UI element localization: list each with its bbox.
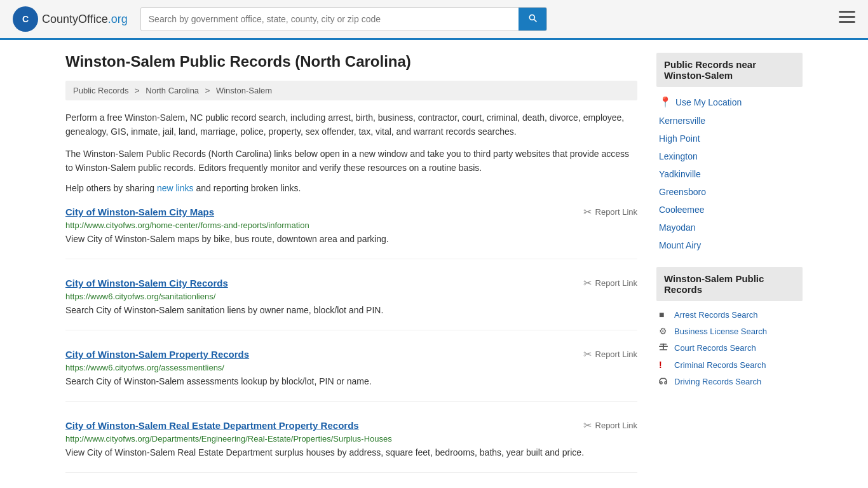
arrest-icon: ■ [659, 309, 669, 320]
svg-rect-4 [839, 21, 855, 23]
header: C CountyOffice.org [0, 0, 868, 40]
record-title[interactable]: City of Winston-Salem City Maps [65, 207, 214, 217]
public-record-link[interactable]: !Criminal Records Search [656, 356, 803, 373]
record-link-label: Driving Records Search [674, 377, 761, 386]
svg-point-9 [660, 382, 663, 384]
report-label: Report Link [595, 349, 637, 359]
nearby-title: Public Records near Winston-Salem [664, 59, 756, 81]
record-link-label: Business License Search [674, 327, 767, 336]
use-my-location[interactable]: 📍 Use My Location [656, 92, 803, 112]
public-records-list: ■Arrest Records Search⚙Business License … [656, 306, 803, 390]
page-title: Winston-Salem Public Records (North Caro… [65, 53, 637, 71]
record-title[interactable]: City of Winston-Salem Real Estate Depart… [65, 420, 359, 431]
record-link-label: Court Records Search [674, 343, 756, 353]
nearby-section: Public Records near Winston-Salem 📍 Use … [656, 53, 803, 254]
logo-text: CountyOffice.org [42, 13, 128, 26]
report-link-button[interactable]: ✂ Report Link [583, 277, 637, 289]
report-icon: ✂ [583, 277, 592, 289]
page-description2: The Winston-Salem Public Records (North … [65, 147, 637, 175]
svg-rect-8 [660, 344, 667, 345]
logo-icon: C [13, 6, 38, 32]
svg-rect-5 [660, 349, 667, 351]
record-item: City of Winston-Salem Property Records ✂… [65, 348, 637, 402]
use-my-location-label: Use My Location [675, 97, 742, 107]
main-container: Winston-Salem Public Records (North Caro… [53, 40, 815, 488]
public-record-link[interactable]: ■Arrest Records Search [656, 306, 803, 323]
content-area: Winston-Salem Public Records (North Caro… [65, 53, 637, 488]
report-label: Report Link [595, 421, 637, 430]
new-links-link[interactable]: new links [157, 183, 194, 193]
public-records-header: Winston-Salem Public Records [656, 267, 803, 301]
record-url[interactable]: http://www.cityofws.org/home-center/form… [65, 220, 637, 230]
record-item: City of Winston-Salem City Records ✂ Rep… [65, 277, 637, 330]
records-list: City of Winston-Salem City Maps ✂ Report… [65, 206, 637, 488]
svg-rect-3 [839, 16, 855, 18]
driving-icon [659, 376, 669, 387]
page-description: Perform a free Winston-Salem, NC public … [65, 111, 637, 139]
report-link-button[interactable]: ✂ Report Link [583, 419, 637, 431]
public-records-title: Winston-Salem Public Records [664, 273, 764, 295]
report-icon: ✂ [583, 419, 592, 431]
record-item: City of Winston-Salem City Maps ✂ Report… [65, 206, 637, 259]
location-dot-icon: 📍 [659, 96, 672, 108]
public-record-link[interactable]: Court Records Search [656, 339, 803, 356]
sidebar: Public Records near Winston-Salem 📍 Use … [656, 53, 803, 488]
search-button[interactable] [519, 8, 546, 30]
business-license-icon: ⚙ [659, 326, 669, 336]
nearby-location-link[interactable]: High Point [656, 130, 803, 147]
help-text-pre: Help others by sharing [65, 183, 157, 193]
record-title-row: City of Winston-Salem Real Estate Depart… [65, 419, 637, 431]
breadcrumb-link-public-records[interactable]: Public Records [73, 86, 128, 95]
breadcrumb-link-nc[interactable]: North Carolina [146, 86, 199, 95]
search-bar [140, 7, 547, 31]
record-description: Search City of Winston-Salem sanitation … [65, 304, 637, 317]
report-icon: ✂ [583, 206, 592, 218]
nearby-list: KernersvilleHigh PointLexingtonYadkinvil… [656, 112, 803, 254]
report-link-button[interactable]: ✂ Report Link [583, 348, 637, 360]
nearby-location-link[interactable]: Kernersville [656, 112, 803, 130]
record-title-row: City of Winston-Salem City Maps ✂ Report… [65, 206, 637, 218]
record-title[interactable]: City of Winston-Salem Property Records [65, 349, 249, 360]
help-text-post: and reporting broken links. [194, 183, 301, 193]
report-label: Report Link [595, 207, 637, 217]
record-url[interactable]: http://www.cityofws.org/Departments/Engi… [65, 434, 637, 444]
report-label: Report Link [595, 278, 637, 288]
report-link-button[interactable]: ✂ Report Link [583, 206, 637, 218]
report-icon: ✂ [583, 348, 592, 360]
logo[interactable]: C CountyOffice.org [13, 6, 128, 32]
public-records-section: Winston-Salem Public Records ■Arrest Rec… [656, 267, 803, 390]
nearby-header: Public Records near Winston-Salem [656, 53, 803, 87]
breadcrumb: Public Records > North Carolina > Winsto… [65, 81, 637, 100]
record-url[interactable]: https://www6.cityofws.org/sanitationlien… [65, 292, 637, 301]
record-title-row: City of Winston-Salem Property Records ✂… [65, 348, 637, 360]
search-input[interactable] [141, 9, 519, 29]
menu-button[interactable] [839, 11, 855, 27]
record-description: View City of Winston-Salem Real Estate D… [65, 446, 637, 459]
nearby-location-link[interactable]: Mount Airy [656, 236, 803, 254]
record-url[interactable]: https://www6.cityofws.org/assessmentlien… [65, 363, 637, 372]
nearby-location-link[interactable]: Mayodan [656, 219, 803, 236]
help-text: Help others by sharing new links and rep… [65, 183, 637, 193]
court-icon [659, 342, 669, 353]
record-link-label: Arrest Records Search [674, 310, 758, 320]
criminal-icon: ! [659, 360, 669, 370]
svg-rect-2 [839, 11, 855, 13]
public-record-link[interactable]: Driving Records Search [656, 373, 803, 390]
nearby-location-link[interactable]: Greensboro [656, 183, 803, 201]
svg-text:C: C [22, 14, 29, 24]
nearby-location-link[interactable]: Cooleemee [656, 201, 803, 219]
record-title-row: City of Winston-Salem City Records ✂ Rep… [65, 277, 637, 289]
nearby-location-link[interactable]: Lexington [656, 147, 803, 165]
record-link-label: Criminal Records Search [674, 360, 766, 370]
record-title[interactable]: City of Winston-Salem City Records [65, 278, 228, 288]
breadcrumb-link-ws[interactable]: Winston-Salem [216, 86, 272, 95]
public-record-link[interactable]: ⚙Business License Search [656, 323, 803, 339]
svg-rect-7 [659, 346, 668, 347]
nearby-location-link[interactable]: Yadkinville [656, 165, 803, 183]
record-item: City of Winston-Salem Real Estate Depart… [65, 419, 637, 473]
record-description: Search City of Winston-Salem assessments… [65, 375, 637, 388]
record-description: View City of Winston-Salem maps by bike,… [65, 233, 637, 246]
